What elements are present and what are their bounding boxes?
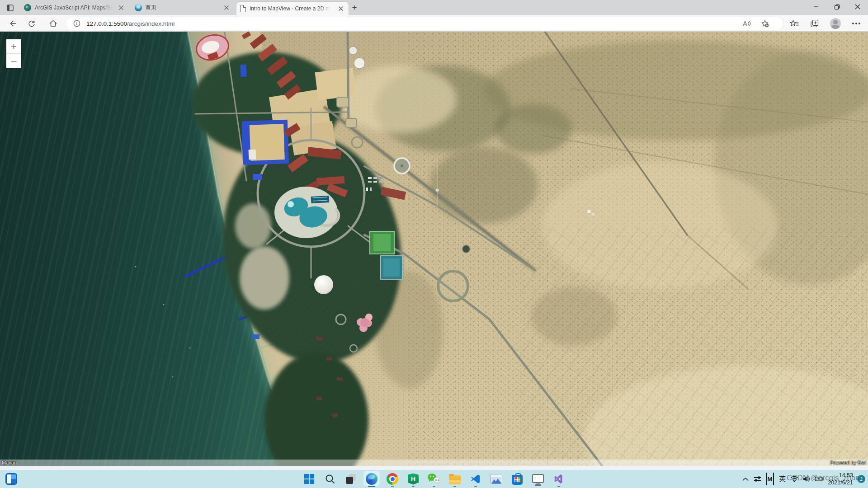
battery-button[interactable] [815,473,824,485]
restore-icon [834,4,840,10]
wifi-icon [790,476,798,482]
close-icon [855,4,860,9]
vscode-icon [470,474,481,484]
windows-logo-icon [304,474,314,484]
settings-menu-button[interactable] [849,17,863,30]
back-button[interactable] [6,17,19,30]
url-host: 127.0.0.1:5500 [86,20,127,27]
tab-title: ArcGIS JavaScript API: Maps/SiC [35,5,113,11]
tab-homepage[interactable]: 首页 [131,0,234,15]
hidden-icons-button[interactable] [741,473,750,485]
home-icon [49,19,57,28]
taskbar-center-icons: H [300,470,568,488]
restore-button[interactable] [826,0,847,14]
tab-title: Intro to MapView - Create a 2D m [250,5,331,12]
volume-button[interactable] [802,473,811,485]
zoom-in-button[interactable]: + [6,39,21,53]
taskbar-edge-button[interactable] [363,470,381,488]
profile-button[interactable] [829,17,842,30]
wifi-button[interactable] [790,473,798,485]
page-gap-strip [0,466,868,470]
active-app-indicator [368,486,375,487]
start-button[interactable] [300,470,318,488]
sphere-favicon-icon [135,4,142,11]
favorites-star-icon [790,19,799,28]
windows-taskbar: H [0,470,868,488]
microsoft-store-icon [512,475,523,485]
home-button[interactable] [47,17,59,30]
system-tray: M 英 14:53 2021/6/21 2 [741,470,865,488]
info-icon [73,20,80,27]
collections-button[interactable] [808,17,821,30]
minimize-button[interactable] [806,0,826,14]
taskbar-visual-studio-button[interactable] [550,470,568,488]
tab-close-icon[interactable] [337,5,345,13]
zoom-out-button[interactable]: – [6,54,21,68]
favorites-button[interactable] [788,17,801,30]
chrome-icon [387,473,398,485]
edge-icon [366,473,377,485]
clock-time: 14:53 [828,472,853,479]
tab-mapview-active[interactable]: Intro to MapView - Create a 2D m [236,2,349,15]
clock[interactable]: 14:53 2021/6/21 [828,472,853,487]
tab-divider [129,4,129,11]
taskbar-wechat-button[interactable] [425,470,443,488]
ellipsis-icon [855,23,857,24]
vertical-tabs-icon [7,5,14,11]
read-aloud-icon: A [743,20,747,27]
star-plus-icon [761,19,769,28]
map-zoom-control: + – [6,39,21,68]
url-text: 127.0.0.1:5500/arcgis/index.html [86,20,175,27]
browser-toolbar: 127.0.0.1:5500/arcgis/index.html A [0,15,868,32]
file-explorer-icon [449,475,461,484]
taskbar-store-button[interactable] [508,470,526,488]
tray-sliders-button[interactable] [754,473,762,485]
powered-by-esri-link[interactable]: Powered by Esri [830,460,866,465]
ime-language-button[interactable]: 英 [778,473,786,485]
address-bar[interactable]: 127.0.0.1:5500/arcgis/index.html A [66,17,783,30]
new-tab-button[interactable]: + [349,2,360,13]
globe-favicon-icon [24,4,31,11]
taskbar-chrome-button[interactable] [383,470,401,488]
tray-m-app-button[interactable]: M [766,473,774,485]
edge-browser-window: ArcGIS JavaScript API: Maps/SiC 首页 Intro… [0,0,868,488]
taskbar-hbuilder-button[interactable]: H [404,470,422,488]
satellite-map-image[interactable] [0,32,868,466]
clock-date: 2021/6/21 [828,479,853,486]
notification-badge[interactable]: 2 [857,475,865,483]
close-button[interactable] [847,0,868,14]
taskbar-file-explorer-button[interactable] [446,470,464,488]
sliders-icon [754,475,762,483]
refresh-icon [28,19,36,28]
search-button[interactable] [321,470,339,488]
sound-waves-icon [748,21,751,26]
dome-building [314,275,333,294]
minimize-icon [813,4,819,9]
refresh-button[interactable] [25,17,38,30]
add-favorite-button[interactable] [759,18,771,29]
photos-icon [491,474,502,484]
chevron-up-icon [742,477,749,481]
tab-close-icon[interactable] [222,4,231,12]
attribution-source: Maxar [2,460,16,465]
url-path: /arcgis/index.html [127,20,175,27]
map-attribution-bar: Maxar Powered by Esri [0,460,868,466]
taskbar-vscode-button[interactable] [467,470,485,488]
speaker-icon [803,476,810,482]
task-view-button[interactable] [342,470,360,488]
read-aloud-button[interactable]: A [741,18,753,29]
map-view: + – Maxar Powered by Esri [0,32,868,466]
taskbar-feedback-hub-button[interactable] [529,470,547,488]
taskbar-photos-button[interactable] [487,470,505,488]
battery-charging-icon [815,476,824,482]
wechat-icon [428,473,440,485]
widgets-button[interactable] [5,473,17,485]
tab-close-icon[interactable] [117,4,125,12]
tab-actions-icon[interactable] [5,3,15,12]
site-info-button[interactable] [71,18,83,29]
tab-bar: ArcGIS JavaScript API: Maps/SiC 首页 Intro… [0,0,868,15]
hbuilder-icon: H [408,474,419,485]
page-favicon-icon [240,5,246,12]
tab-arcgis-docs[interactable]: ArcGIS JavaScript API: Maps/SiC [20,0,129,15]
avatar [830,18,841,29]
